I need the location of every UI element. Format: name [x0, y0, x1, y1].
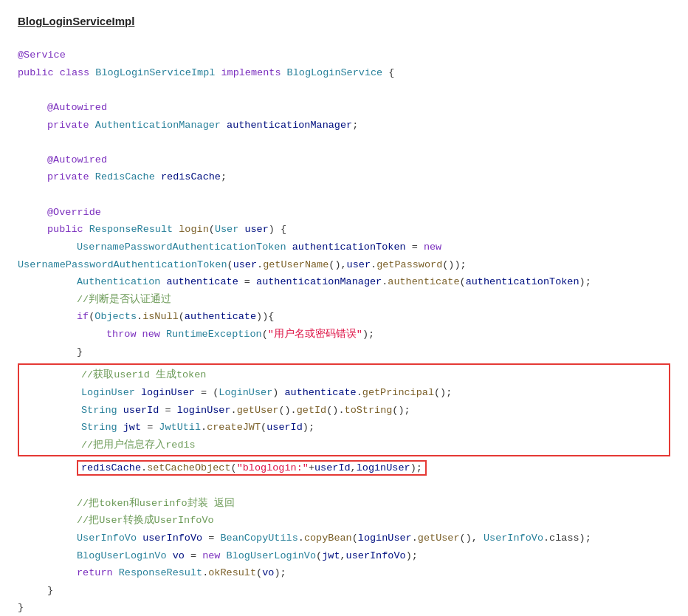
- code-line: UsernamePasswordAuthenticationToken(user…: [18, 256, 670, 274]
- code-line: [18, 81, 670, 99]
- highlight-block-1: //获取userid 生成token LoginUser loginUser =…: [18, 363, 670, 456]
- code-line: LoginUser loginUser = (LoginUser) authen…: [22, 384, 666, 402]
- code-line: String userId = loginUser.getUser().getI…: [22, 402, 666, 420]
- code-line: @Service: [18, 47, 670, 64]
- code-line: [18, 186, 670, 204]
- code-line: [18, 134, 670, 151]
- code-line: //把token和userinfo封装 返回: [18, 495, 670, 513]
- code-line: public ResponseResult login(User user) {: [18, 221, 670, 239]
- code-line: return ResponseResult.okResult(vo);: [18, 564, 670, 582]
- code-line: UsernamePasswordAuthenticationToken auth…: [18, 239, 670, 256]
- code-line: UserInfoVo userInfoVo = BeanCopyUtils.co…: [18, 530, 670, 547]
- code-line: }: [18, 343, 670, 361]
- code-line: private RedisCache redisCache;: [18, 168, 670, 186]
- code-line: String jwt = JwtUtil.createJWT(userId);: [22, 419, 666, 437]
- code-line: //获取userid 生成token: [22, 366, 666, 384]
- code-line: @Override: [18, 204, 670, 222]
- code-line: //把用户信息存入redis: [22, 437, 666, 454]
- highlight-block-2: redisCache.setCacheObject("bloglogin:"+u…: [77, 460, 427, 476]
- code-line: Authentication authenticate = authentica…: [18, 273, 670, 291]
- code-line: if(Objects.isNull(authenticate)){: [18, 308, 670, 326]
- code-line: }: [18, 582, 670, 600]
- main-card: BlogLoginServiceImpl @Service public cla…: [0, 0, 688, 616]
- code-line: @Autowired: [18, 151, 670, 169]
- code-line: throw new RuntimeException("用户名或密码错误");: [18, 326, 670, 343]
- code-line: //判断是否认证通过: [18, 291, 670, 309]
- code-line: [18, 477, 670, 495]
- code-area: @Service public class BlogLoginServiceIm…: [18, 41, 670, 616]
- code-line: }: [18, 599, 670, 616]
- code-line: //把User转换成UserInfoVo: [18, 512, 670, 530]
- code-line: BlogUserLoginVo vo = new BlogUserLoginVo…: [18, 547, 670, 565]
- page-title: BlogLoginServiceImpl: [18, 15, 670, 27]
- code-line: public class BlogLoginServiceImpl implem…: [18, 64, 670, 82]
- code-line: @Autowired: [18, 99, 670, 117]
- code-line: private AuthenticationManager authentica…: [18, 117, 670, 134]
- code-line: redisCache.setCacheObject("bloglogin:"+u…: [18, 459, 670, 477]
